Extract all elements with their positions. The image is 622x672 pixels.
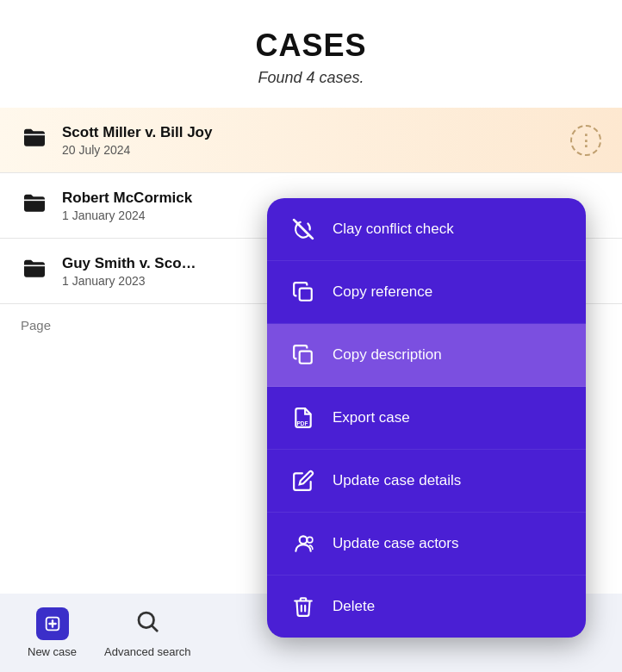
new-case-icon [36, 607, 69, 640]
copy-reference-label: Copy reference [333, 283, 432, 301]
context-menu: Clay conflict check Copy reference Copy … [267, 198, 586, 638]
export-case-icon: PDF [288, 402, 319, 433]
menu-item-copy-description[interactable]: Copy description [267, 324, 586, 387]
export-case-label: Export case [333, 409, 410, 426]
svg-rect-6 [300, 289, 312, 301]
case-name-1: Scott Miller v. Bill Joy [62, 124, 570, 141]
case-date-1: 20 July 2024 [62, 143, 570, 157]
case-item-1[interactable]: Scott Miller v. Bill Joy 20 July 2024 ⋮ [0, 108, 622, 173]
svg-point-9 [300, 536, 308, 544]
folder-icon [21, 123, 48, 157]
page-subtitle: Found 4 cases. [17, 69, 605, 87]
update-case-actors-icon [288, 528, 319, 559]
pagination-label: Page [21, 318, 51, 333]
copy-description-icon [288, 339, 319, 370]
new-case-label: New case [28, 645, 77, 658]
conflict-check-icon [288, 214, 319, 245]
delete-label: Delete [333, 598, 375, 615]
svg-rect-7 [300, 352, 312, 364]
menu-item-export-case[interactable]: PDF Export case [267, 387, 586, 450]
page-header: CASES Found 4 cases. [0, 0, 622, 94]
svg-line-4 [152, 625, 158, 631]
case-info-1: Scott Miller v. Bill Joy 20 July 2024 [62, 124, 570, 157]
conflict-check-label: Clay conflict check [333, 221, 454, 238]
new-case-button[interactable]: New case [28, 607, 77, 658]
svg-text:PDF: PDF [296, 420, 308, 426]
folder-icon-3 [21, 254, 48, 288]
copy-reference-icon [288, 277, 319, 308]
delete-icon [288, 591, 319, 622]
search-icon [134, 608, 160, 640]
menu-item-update-case-details[interactable]: Update case details [267, 450, 586, 513]
advanced-search-button[interactable]: Advanced search [104, 608, 190, 658]
update-case-actors-label: Update case actors [333, 535, 458, 552]
menu-item-delete[interactable]: Delete [267, 576, 586, 638]
update-case-details-label: Update case details [333, 472, 461, 489]
advanced-search-label: Advanced search [104, 645, 190, 658]
menu-item-conflict-check[interactable]: Clay conflict check [267, 198, 586, 261]
menu-item-update-case-actors[interactable]: Update case actors [267, 513, 586, 576]
copy-description-label: Copy description [333, 346, 442, 364]
more-button-1[interactable]: ⋮ [570, 125, 601, 156]
menu-item-copy-reference[interactable]: Copy reference [267, 261, 586, 324]
page-title: CASES [17, 28, 605, 64]
update-case-details-icon [288, 465, 319, 496]
folder-icon-2 [21, 189, 48, 222]
